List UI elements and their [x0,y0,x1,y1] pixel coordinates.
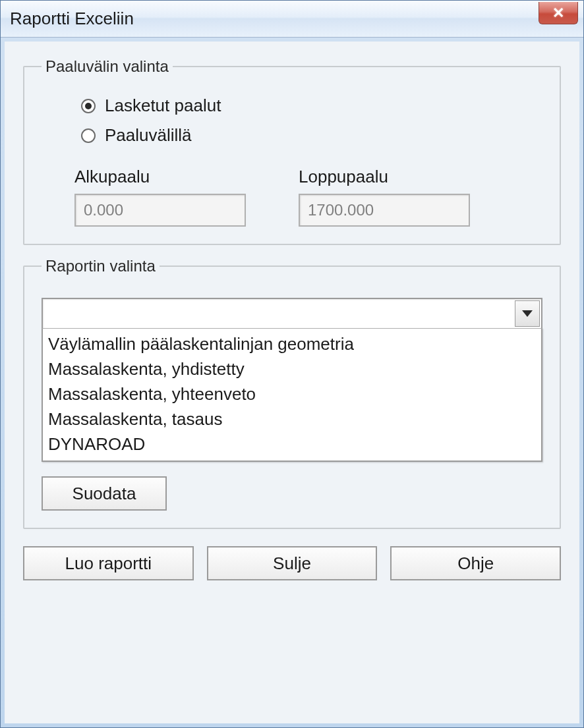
filter-row: Suodata [42,476,542,511]
list-item[interactable]: Massalaskenta, yhdistetty [48,356,536,381]
groupbox-paaluvalin-valinta: Paaluvälin valinta Lasketut paalut Paalu… [23,57,561,245]
close-icon: ✕ [552,5,564,22]
dialog-body: Paaluvälin valinta Lasketut paalut Paalu… [1,38,583,727]
alkupaalu-label: Alkupaalu [74,167,246,187]
combo-dropdown-button[interactable] [515,300,540,327]
alkupaalu-input [74,194,246,227]
groupbox-legend: Paaluvälin valinta [42,57,173,76]
close-dialog-button[interactable]: Sulje [207,546,378,580]
filter-button[interactable]: Suodata [42,476,167,511]
help-button[interactable]: Ohje [390,546,561,580]
dialog-window: Raportti Exceliin ✕ Paaluvälin valinta L… [0,0,584,728]
radio-dot-icon [85,103,92,109]
input-row: Alkupaalu Loppupaalu [74,167,542,227]
radio-paaluvalilla[interactable]: Paaluvälillä [81,125,542,146]
radio-icon [81,99,96,113]
loppupaalu-input [299,194,470,227]
loppupaalu-label: Loppupaalu [299,167,470,187]
report-listbox[interactable]: Väylämallin päälaskentalinjan geometria … [42,328,542,462]
chevron-down-icon [522,310,533,317]
report-combo[interactable] [42,298,542,329]
radio-label: Paaluvälillä [105,125,192,146]
titlebar[interactable]: Raportti Exceliin ✕ [1,1,583,38]
alkupaalu-column: Alkupaalu [74,167,246,227]
groupbox-legend: Raportin valinta [42,257,160,275]
report-combo-wrap: Väylämallin päälaskentalinjan geometria … [42,298,542,462]
radio-label: Lasketut paalut [105,96,221,116]
list-item[interactable]: Väylämallin päälaskentalinjan geometria [48,331,536,356]
create-report-button[interactable]: Luo raportti [23,546,194,580]
loppupaalu-column: Loppupaalu [299,167,470,227]
list-item[interactable]: Massalaskenta, tasaus [48,406,536,432]
radio-lasketut-paalut[interactable]: Lasketut paalut [81,96,542,116]
list-item[interactable]: DYNAROAD [48,432,536,457]
window-title: Raportti Exceliin [10,9,134,29]
radio-icon [81,128,96,143]
list-item[interactable]: Massalaskenta, yhteenveto [48,381,536,406]
close-button[interactable]: ✕ [539,2,578,24]
groupbox-raportin-valinta: Raportin valinta Väylämallin päälaskenta… [23,257,561,529]
bottom-button-row: Luo raportti Sulje Ohje [23,546,561,580]
